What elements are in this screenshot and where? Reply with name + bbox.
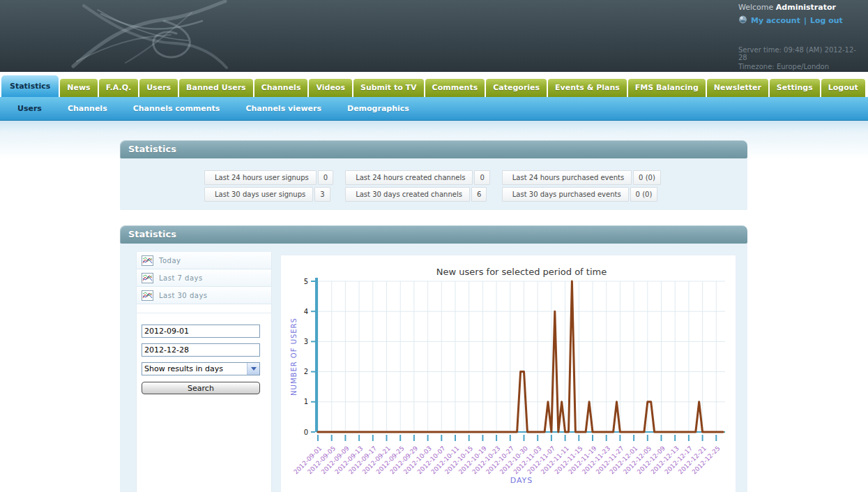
svg-text:DAYS: DAYS (510, 476, 533, 485)
svg-text:New users for selected period: New users for selected period of time (436, 267, 607, 277)
stat-label: Last 30 days created channels (345, 187, 470, 202)
subnav-item-users[interactable]: Users (17, 104, 42, 113)
svg-text:5: 5 (304, 278, 308, 285)
chart-panel-header: Statistics (120, 225, 747, 244)
welcome-text: Welcome Administrator (738, 3, 861, 12)
stat-value: 0 (0) (630, 187, 658, 202)
subnav-item-channels-viewers[interactable]: Channels viewers (245, 104, 321, 113)
account-links: My account | Log out (738, 15, 861, 26)
chevron-down-icon[interactable] (247, 363, 259, 375)
stat-value: 0 (474, 170, 489, 185)
search-button[interactable]: Search (142, 382, 260, 394)
tab-videos[interactable]: Videos (309, 79, 352, 97)
new-users-chart: 2012-09-012012-09-052012-09-092012-09-13… (281, 255, 736, 492)
stat-row: Last 30 days created channels6 (345, 187, 490, 202)
stats-panel-body: Last 24 hours user signups0Last 30 days … (120, 158, 747, 210)
tab-users[interactable]: Users (139, 79, 178, 97)
svg-text:NUMBER OF USERS: NUMBER OF USERS (290, 318, 298, 396)
stats-panel-header: Statistics (120, 140, 747, 158)
svg-text:2: 2 (304, 368, 308, 375)
subnav-item-channels-comments[interactable]: Channels comments (133, 104, 220, 113)
tab-f-a-q[interactable]: F.A.Q. (99, 79, 139, 97)
account-icon (738, 15, 747, 26)
filter-sidebar: TodayLast 7 daysLast 30 days Show result… (136, 252, 272, 492)
quick-link-label: Today (159, 257, 181, 264)
header-swirl-graphic (59, 0, 234, 72)
stat-group-3: Last 24 hours purchased events0 (0)Last … (502, 170, 661, 202)
stats-panel-title: Statistics (128, 144, 176, 154)
select-selected-value: Show results in days (142, 363, 259, 375)
chart-icon (142, 273, 153, 283)
quick-link-today[interactable]: Today (137, 252, 271, 269)
tab-newsletter[interactable]: Newsletter (707, 79, 768, 97)
tab-fms-balancing[interactable]: FMS Balancing (628, 79, 706, 97)
svg-text:3: 3 (304, 338, 308, 345)
sidebar-spacer (137, 304, 271, 313)
stats-summary-panel: Statistics Last 24 hours user signups0La… (120, 140, 747, 210)
quick-link-last-30-days[interactable]: Last 30 days (137, 287, 271, 304)
tab-statistics[interactable]: Statistics (1, 75, 59, 97)
stat-row: Last 24 hours created channels0 (345, 170, 490, 185)
chart-panel-title: Statistics (128, 229, 176, 239)
stat-row: Last 30 days purchased events0 (0) (502, 187, 661, 202)
subnav-item-channels[interactable]: Channels (68, 104, 107, 113)
tab-channels[interactable]: Channels (254, 79, 308, 97)
tab-banned-users[interactable]: Banned Users (179, 79, 253, 97)
svg-text:4: 4 (304, 308, 308, 315)
link-separator: | (804, 16, 807, 25)
svg-text:0: 0 (304, 428, 308, 436)
stat-value: 0 (318, 170, 333, 185)
show-results-select[interactable]: Show results in days (142, 362, 260, 375)
quick-link-last-7-days[interactable]: Last 7 days (137, 269, 271, 287)
stat-value: 6 (471, 187, 487, 202)
quick-links: TodayLast 7 daysLast 30 days (137, 252, 271, 304)
content-area: Statistics Last 24 hours user signups0La… (0, 121, 868, 492)
stat-label: Last 30 days purchased events (502, 187, 629, 202)
stat-row: Last 30 days user signups3 (204, 187, 333, 202)
stat-group-2: Last 24 hours created channels0Last 30 d… (345, 170, 490, 202)
stat-label: Last 24 hours created channels (345, 170, 473, 185)
tab-submit-to-tv[interactable]: Submit to TV (353, 79, 424, 97)
welcome-label: Welcome (738, 3, 773, 12)
stat-row: Last 24 hours user signups0 (204, 170, 333, 185)
admin-dashboard-page: Welcome Administrator My account | Log o… (0, 0, 868, 492)
subnav-item-demographics[interactable]: Demographics (347, 104, 409, 113)
quick-link-label: Last 30 days (159, 292, 208, 299)
stat-label: Last 30 days user signups (204, 187, 313, 202)
svg-text:1: 1 (304, 398, 308, 405)
chart-container: 2012-09-012012-09-052012-09-092012-09-13… (281, 255, 736, 492)
stat-value: 0 (0) (633, 170, 661, 185)
main-tabs: StatisticsNewsF.A.Q.UsersBanned UsersCha… (0, 72, 868, 97)
username: Administrator (776, 3, 836, 12)
date-from-input[interactable] (142, 325, 260, 338)
chart-icon (142, 255, 153, 266)
server-time-text: Server time: 09:48 (AM) 2012-12-28 (738, 46, 861, 61)
timezone-text: Timezone: Europe/London (738, 63, 861, 70)
chart-icon (142, 290, 153, 301)
stats-table: Last 24 hours user signups0Last 30 days … (120, 158, 747, 202)
stat-row: Last 24 hours purchased events0 (0) (502, 170, 661, 185)
tab-logout[interactable]: Logout (821, 79, 865, 97)
chart-panel-body: TodayLast 7 daysLast 30 days Show result… (120, 244, 747, 492)
my-account-link[interactable]: My account (751, 16, 800, 25)
logout-link[interactable]: Log out (810, 16, 843, 25)
tab-categories[interactable]: Categories (486, 79, 547, 97)
header-user-block: Welcome Administrator My account | Log o… (738, 3, 861, 70)
filter-form: Show results in days Search (137, 313, 271, 394)
tab-comments[interactable]: Comments (425, 79, 485, 97)
tab-events-plans[interactable]: Events & Plans (548, 79, 627, 97)
chart-panel: Statistics TodayLast 7 daysLast 30 days … (120, 225, 747, 492)
top-header: Welcome Administrator My account | Log o… (0, 0, 868, 72)
stat-label: Last 24 hours user signups (204, 170, 317, 185)
date-to-input[interactable] (142, 343, 260, 357)
quick-link-label: Last 7 days (159, 274, 203, 282)
stat-label: Last 24 hours purchased events (502, 170, 632, 185)
stat-value: 3 (314, 187, 330, 202)
sub-tabs: UsersChannelsChannels commentsChannels v… (0, 97, 868, 121)
tab-news[interactable]: News (60, 79, 97, 97)
stat-group-1: Last 24 hours user signups0Last 30 days … (204, 170, 333, 202)
tab-settings[interactable]: Settings (770, 79, 820, 97)
